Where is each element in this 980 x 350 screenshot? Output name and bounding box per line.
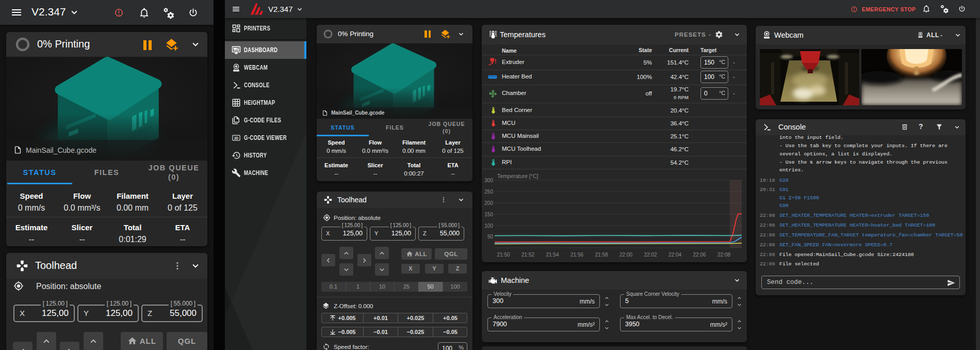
svg-text:21:50: 21:50 — [497, 252, 510, 258]
svg-text:21:56: 21:56 — [570, 252, 583, 258]
svg-text:22:00: 22:00 — [619, 252, 632, 258]
svg-text:150: 150 — [484, 212, 493, 217]
svg-text:21:54: 21:54 — [546, 252, 559, 258]
svg-text:300: 300 — [484, 178, 493, 183]
svg-text:Temperature [°C]: Temperature [°C] — [497, 173, 538, 179]
svg-text:22:06: 22:06 — [693, 252, 706, 258]
svg-text:21:52: 21:52 — [521, 252, 534, 258]
svg-text:250: 250 — [484, 189, 493, 195]
svg-text:3D: 3D — [234, 136, 239, 140]
svg-text:200: 200 — [484, 200, 493, 206]
svg-text:21:58: 21:58 — [595, 252, 608, 258]
svg-text:22:08: 22:08 — [717, 252, 730, 258]
svg-text:22:02: 22:02 — [644, 252, 657, 258]
svg-text:22:04: 22:04 — [668, 252, 681, 258]
svg-text:100: 100 — [484, 223, 493, 229]
svg-text:50: 50 — [487, 234, 494, 240]
